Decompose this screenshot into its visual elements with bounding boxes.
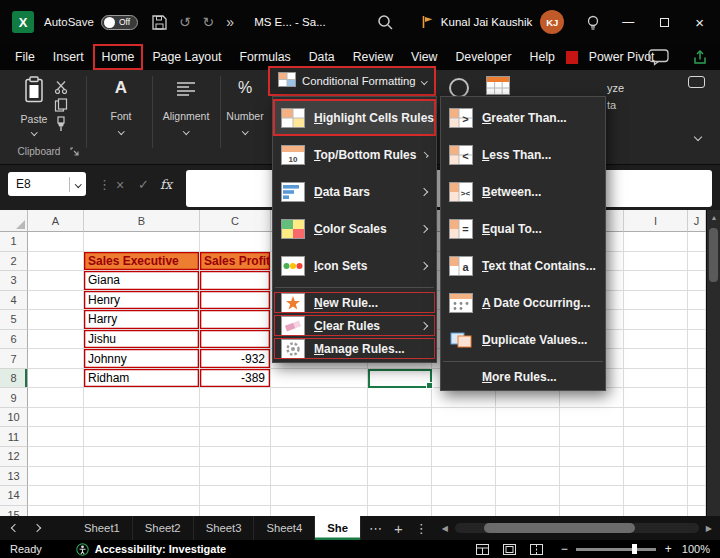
- close-button[interactable]: ×: [695, 14, 704, 31]
- cell-B9[interactable]: [84, 388, 200, 408]
- row-header-8[interactable]: 8: [0, 369, 28, 389]
- new-sheet-icon[interactable]: +: [394, 520, 403, 537]
- cancel-icon[interactable]: ×: [116, 177, 124, 193]
- undo-icon[interactable]: ↺: [179, 14, 191, 30]
- maximize-button[interactable]: [660, 18, 669, 27]
- more-sheets-icon[interactable]: ⋯: [369, 521, 382, 536]
- sheet-tab-sheet2[interactable]: Sheet2: [133, 516, 194, 540]
- cell-I15[interactable]: [624, 506, 688, 516]
- cell-C13[interactable]: [200, 467, 271, 487]
- cell-I1[interactable]: [624, 232, 688, 252]
- menu-item-data-bars[interactable]: Data Bars: [273, 173, 436, 210]
- col-header-J[interactable]: J: [688, 210, 706, 232]
- cell-B14[interactable]: [84, 486, 200, 506]
- cell-I14[interactable]: [624, 486, 688, 506]
- cell-J11[interactable]: [688, 427, 706, 447]
- alignment-group-button[interactable]: Alignment: [156, 74, 216, 134]
- cell-E9[interactable]: [368, 388, 432, 408]
- menu-item-highlight-cells-rules[interactable]: Highlight Cells Rules: [273, 99, 436, 136]
- select-all-corner[interactable]: [0, 210, 28, 232]
- redo-icon[interactable]: ↻: [203, 14, 215, 30]
- cell-D15[interactable]: [271, 506, 368, 516]
- cell-D13[interactable]: [271, 467, 368, 487]
- cell-C9[interactable]: [200, 388, 271, 408]
- cell-I9[interactable]: [624, 388, 688, 408]
- row-header-5[interactable]: 5: [0, 310, 28, 330]
- sheet-nav-left-icon[interactable]: [11, 524, 19, 532]
- cell-I7[interactable]: [624, 349, 688, 369]
- user-name[interactable]: Kunal Jai Kaushik: [441, 16, 532, 28]
- cell-F14[interactable]: [432, 486, 496, 506]
- cell-A12[interactable]: [28, 447, 84, 467]
- cell-I11[interactable]: [624, 427, 688, 447]
- row-header-13[interactable]: 13: [0, 467, 28, 487]
- zoom-slider[interactable]: [576, 548, 656, 551]
- cell-C6[interactable]: [200, 330, 271, 350]
- row-header-12[interactable]: 12: [0, 447, 28, 467]
- cut-icon[interactable]: [54, 80, 68, 94]
- cell-G14[interactable]: [496, 486, 560, 506]
- cell-J8[interactable]: [688, 369, 706, 389]
- cell-J5[interactable]: [688, 310, 706, 330]
- sheet-tab-sheet1[interactable]: Sheet1: [72, 516, 133, 540]
- row-header-10[interactable]: 10: [0, 408, 28, 428]
- cell-G15[interactable]: [496, 506, 560, 516]
- cell-B1[interactable]: [84, 232, 200, 252]
- cell-A5[interactable]: [28, 310, 84, 330]
- cell-H13[interactable]: [560, 467, 624, 487]
- cell-B8[interactable]: Ridham: [84, 369, 200, 389]
- cell-A7[interactable]: [28, 349, 84, 369]
- font-group-button[interactable]: A Font: [94, 74, 148, 134]
- cell-A14[interactable]: [28, 486, 84, 506]
- cell-J7[interactable]: [688, 349, 706, 369]
- conditional-formatting-button[interactable]: Conditional Formatting: [268, 66, 436, 96]
- row-header-15[interactable]: 15: [0, 506, 28, 516]
- menu-item-top-bottom-rules[interactable]: 10Top/Bottom Rules: [273, 136, 436, 173]
- avatar[interactable]: KJ: [540, 10, 564, 34]
- cell-C11[interactable]: [200, 427, 271, 447]
- menu-item-a-date-occurring[interactable]: A Date Occurring...: [441, 284, 605, 321]
- zoom-level[interactable]: 100%: [682, 543, 710, 555]
- number-group-button[interactable]: % Number: [222, 74, 268, 134]
- ribbon-collapse-icon[interactable]: [694, 133, 702, 141]
- cell-E15[interactable]: [368, 506, 432, 516]
- cell-C2[interactable]: Sales Profit: [200, 252, 271, 272]
- cell-D8[interactable]: [271, 369, 368, 389]
- cell-F9[interactable]: [432, 388, 496, 408]
- cell-A10[interactable]: [28, 408, 84, 428]
- cell-F15[interactable]: [432, 506, 496, 516]
- col-header-B[interactable]: B: [84, 210, 200, 232]
- menu-item-duplicate-values[interactable]: Duplicate Values...: [441, 321, 605, 358]
- cell-A1[interactable]: [28, 232, 84, 252]
- cell-B13[interactable]: [84, 467, 200, 487]
- copy-icon[interactable]: [54, 98, 68, 112]
- sheet-tab-sheet4[interactable]: Sheet4: [254, 516, 315, 540]
- autosave-toggle[interactable]: Off: [101, 15, 138, 30]
- name-box[interactable]: E8: [8, 172, 86, 196]
- menu-item-icon-sets[interactable]: Icon Sets: [273, 247, 436, 284]
- row-header-1[interactable]: 1: [0, 232, 28, 252]
- cell-E12[interactable]: [368, 447, 432, 467]
- cell-C8[interactable]: -389: [200, 369, 271, 389]
- cell-J1[interactable]: [688, 232, 706, 252]
- cell-C12[interactable]: [200, 447, 271, 467]
- cell-G13[interactable]: [496, 467, 560, 487]
- menu-item-between[interactable]: ><Between...: [441, 173, 605, 210]
- zoom-slider-thumb[interactable]: [632, 544, 637, 554]
- cell-I13[interactable]: [624, 467, 688, 487]
- page-layout-view-icon[interactable]: [503, 544, 516, 555]
- menu-tab-file[interactable]: File: [6, 44, 44, 70]
- cell-H12[interactable]: [560, 447, 624, 467]
- row-header-3[interactable]: 3: [0, 271, 28, 291]
- cell-G10[interactable]: [496, 408, 560, 428]
- cell-J9[interactable]: [688, 388, 706, 408]
- row-header-2[interactable]: 2: [0, 252, 28, 272]
- cell-B4[interactable]: Henry: [84, 291, 200, 311]
- scroll-right-icon[interactable]: ▶: [706, 524, 712, 533]
- shape-circle-icon[interactable]: [449, 78, 469, 98]
- cell-J4[interactable]: [688, 291, 706, 311]
- cell-B12[interactable]: [84, 447, 200, 467]
- cell-I2[interactable]: [624, 252, 688, 272]
- menu-item-less-than[interactable]: <Less Than...: [441, 136, 605, 173]
- menu-item-color-scales[interactable]: Color Scales: [273, 210, 436, 247]
